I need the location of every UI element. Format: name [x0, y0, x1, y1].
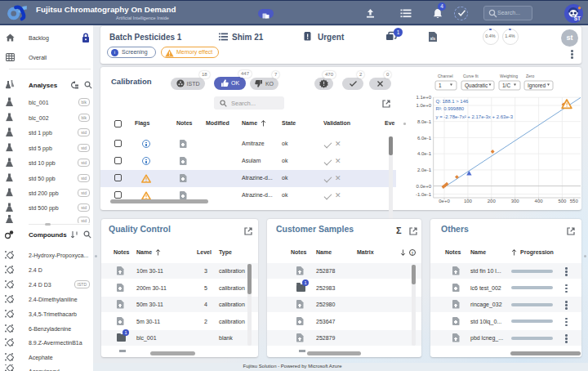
svg-text:2.0e-1: 2.0e-1: [417, 168, 432, 172]
svg-text:0e+0: 0e+0: [439, 199, 450, 203]
svg-text:Zero: Zero: [526, 74, 535, 78]
svg-text:1: 1: [439, 83, 442, 88]
svg-text:xls: xls: [430, 37, 436, 41]
svg-text:Q: 188.1 > 146: Q: 188.1 > 146: [436, 99, 470, 104]
svg-text:Curve fit: Curve fit: [463, 74, 479, 78]
svg-text:550: 550: [570, 199, 579, 203]
svg-text:-1.0e-1: -1.0e-1: [416, 192, 432, 197]
svg-text:Quadratic: Quadratic: [465, 83, 488, 89]
svg-text:R²: 0.999880: R²: 0.999880: [436, 106, 465, 111]
svg-text:100: 100: [464, 199, 473, 203]
svg-text:Ignored: Ignored: [528, 83, 546, 89]
svg-text:1.0e+0: 1.0e+0: [416, 103, 431, 108]
svg-text:8.0e-1: 8.0e-1: [417, 119, 432, 124]
svg-text:1.1e+0: 1.1e+0: [416, 95, 431, 100]
svg-text:4.0e-1: 4.0e-1: [417, 151, 432, 156]
svg-text:300: 300: [511, 199, 520, 203]
svg-text:Weighting: Weighting: [500, 74, 518, 78]
svg-text:500: 500: [558, 199, 567, 203]
svg-text:Channel: Channel: [438, 74, 453, 78]
svg-text:1/C: 1/C: [502, 83, 510, 88]
svg-text:y = -2.78e-7x² + 2.17e-3x + 2.: y = -2.78e-7x² + 2.17e-3x + 2.63e-3: [436, 114, 514, 119]
svg-text:400: 400: [535, 199, 544, 203]
svg-text:200: 200: [488, 199, 497, 203]
svg-text:6.0e-1: 6.0e-1: [417, 136, 432, 141]
svg-text:ST: ST: [574, 16, 581, 21]
svg-text:0.0e+0: 0.0e+0: [416, 184, 431, 189]
